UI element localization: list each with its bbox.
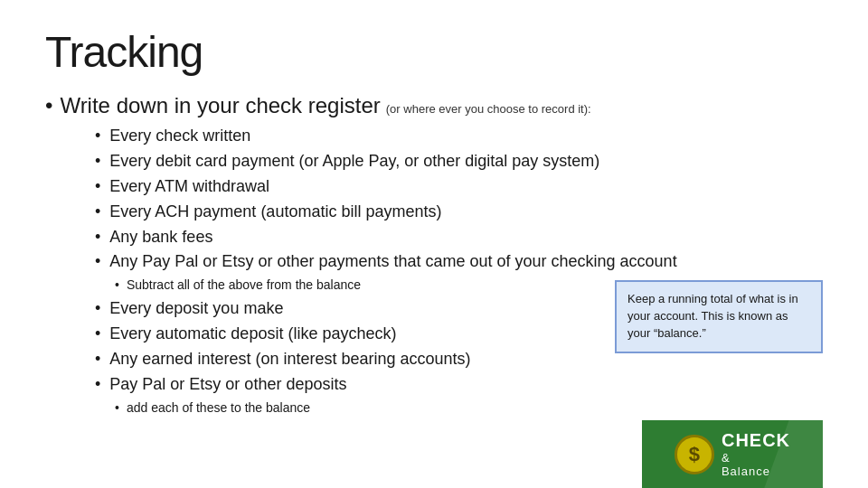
bullet-icon: • — [95, 296, 100, 322]
bullet-icon: • — [95, 200, 100, 225]
info-box: Keep a running total of what is in your … — [615, 280, 823, 353]
item-text: Any Pay Pal or Etsy or other payments th… — [109, 249, 676, 275]
list-item: • Every check written — [95, 124, 823, 149]
item-text: Every automatic deposit (like paycheck) — [109, 322, 396, 347]
badge-inner: $ CHECK & Balance — [675, 430, 790, 478]
sub-sub-text: Subtract all of the above from the balan… — [127, 276, 361, 295]
list-item: • Any Pay Pal or Etsy or other payments … — [95, 249, 823, 275]
list-item: • Pay Pal or Etsy or other deposits — [95, 372, 823, 398]
bullet-icon: • — [95, 225, 100, 250]
bullet-icon: • — [95, 372, 100, 398]
item-text: Any bank fees — [109, 225, 212, 250]
info-line2: your account. This is known as — [627, 309, 788, 323]
list-item: • Any bank fees — [95, 225, 823, 250]
sub-sub-text: add each of these to the balance — [127, 399, 310, 418]
list-item: • Every ACH payment (automatic bill paym… — [95, 200, 823, 225]
item-text: Any earned interest (on interest bearing… — [109, 347, 470, 372]
item-text: Every ATM withdrawal — [109, 174, 269, 200]
bullet-icon: • — [95, 322, 100, 347]
sub-list-1: • Every check written • Every debit card… — [95, 124, 823, 295]
badge-text: CHECK & Balance — [722, 430, 790, 478]
dollar-icon: $ — [675, 435, 714, 474]
sub-sub-item-2: • add each of these to the balance — [115, 399, 823, 418]
bullet-icon: • — [95, 174, 100, 200]
bullet-icon: • — [95, 347, 100, 372]
info-line1: Keep a running total of what is in — [627, 292, 798, 305]
bullet-icon: • — [95, 124, 100, 149]
item-text: Every ACH payment (automatic bill paymen… — [109, 200, 441, 225]
item-text: Every deposit you make — [109, 296, 283, 322]
balance-word: Balance — [722, 465, 790, 478]
check-word: CHECK — [722, 430, 790, 451]
item-text: Pay Pal or Etsy or other deposits — [109, 372, 346, 398]
connector: & — [722, 451, 790, 465]
bullet-icon: • — [95, 249, 100, 275]
list-item: • Every ATM withdrawal — [95, 174, 823, 200]
bullet-icon: • — [115, 276, 119, 295]
main-bullet-note: (or where ever you choose to record it): — [386, 102, 591, 116]
info-line3: your “balance.” — [627, 326, 706, 340]
bullet-icon: • — [95, 149, 100, 174]
check-balance-badge: $ CHECK & Balance — [642, 420, 823, 488]
main-bullet: • Write down in your check register (or … — [45, 93, 823, 118]
page-title: Tracking — [45, 27, 823, 77]
list-item: • Every debit card payment (or Apple Pay… — [95, 149, 823, 174]
item-text: Every debit card payment (or Apple Pay, … — [109, 149, 599, 174]
page: Tracking • Write down in your check regi… — [0, 0, 868, 488]
item-text: Every check written — [109, 124, 250, 149]
bullet-icon: • — [115, 399, 119, 418]
bullet-dot: • — [45, 93, 52, 118]
main-bullet-text: Write down in your check register — [60, 93, 380, 118]
